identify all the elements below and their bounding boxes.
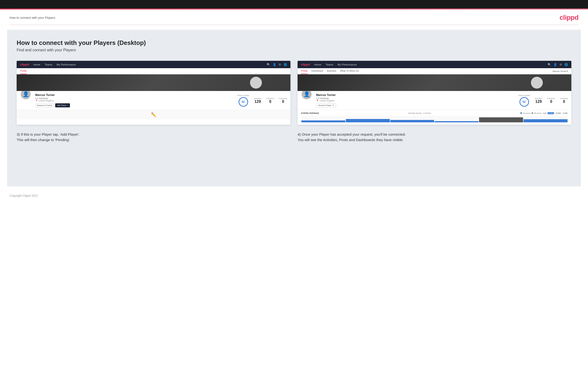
breadcrumb: How to connect with your Players xyxy=(9,16,55,19)
followers-value-left: 0 xyxy=(266,100,274,104)
search-icon-left[interactable]: 🔍 xyxy=(267,63,270,66)
off-course-legend-label: Off course xyxy=(534,112,542,114)
user-icon-left[interactable]: 👤 xyxy=(273,63,276,66)
mock-profile-right: 👤 Marcus Turner 1-5 Handicap 📍 United Ki… xyxy=(298,91,571,110)
time-btn-6mths[interactable]: 6 mths xyxy=(548,112,554,114)
chevron-down-icon: ▾ xyxy=(567,70,568,72)
tab-profile-right[interactable]: Profile xyxy=(301,68,308,74)
avatar-icon-left: 👤 xyxy=(23,91,29,97)
mock-nav-icons-right: 🔍 👤 ⚙ 🌐 xyxy=(548,63,568,66)
quality-label-left: Player Quality xyxy=(237,94,249,96)
stat-activities-right: Activities 129 xyxy=(535,97,542,104)
time-btn-1yr[interactable]: 1 yr xyxy=(543,112,547,114)
mock-profile-left: 👤 Marcus Turner 1-5 Handicap 📍 United Ki… xyxy=(17,91,290,110)
page-footer: Copyright Clippd 2022 xyxy=(0,191,588,200)
player-name-left: Marcus Turner xyxy=(35,93,233,97)
mock-nav-performance-right[interactable]: My Performance xyxy=(337,63,357,66)
player-info-right: Marcus Turner 1-5 Handicap 📍 United King… xyxy=(316,93,515,107)
mock-logo-right: clippd xyxy=(301,63,310,66)
stat-activities-left: Activities 129 xyxy=(254,97,261,104)
activities-value-right: 129 xyxy=(535,100,542,104)
quality-wrapper-right: Player Quality 92 xyxy=(518,94,530,107)
followers-label-right: Followers xyxy=(547,97,555,100)
mock-nav-home-left[interactable]: Home xyxy=(33,63,40,66)
activity-title-right: Activity Summary xyxy=(301,112,319,114)
request-follow-button[interactable]: Request to Follow xyxy=(35,103,54,107)
add-player-button[interactable]: Add Player + xyxy=(55,103,70,107)
mock-logo-left: clippd xyxy=(20,63,29,66)
quality-circle-left: 92 xyxy=(239,97,248,107)
tab-what-to-work-on-right[interactable]: What To Work On xyxy=(340,68,359,74)
globe-icon-left[interactable]: 🌐 xyxy=(284,63,287,66)
stats-area-right: Player Quality 92 Activities 129 Followe… xyxy=(518,93,568,107)
tab-dashboard-right[interactable]: Dashboard xyxy=(311,68,323,74)
description-left: 3) If this is your Player tap, 'Add Play… xyxy=(17,132,290,142)
location-icon-left: 📍 xyxy=(35,100,38,102)
player-handicap-left: 1-5 Handicap xyxy=(35,97,233,100)
mock-nav-performance-left[interactable]: My Performance xyxy=(57,63,76,66)
player-name-right: Marcus Turner xyxy=(316,93,515,97)
hero-circle-left xyxy=(250,77,262,89)
stats-area-left: Player Quality 92 Activities 129 Followe… xyxy=(237,93,287,107)
following-value-right: 0 xyxy=(560,100,568,104)
mock-nav-home-right[interactable]: Home xyxy=(314,63,321,66)
mock-hero-left xyxy=(17,74,290,91)
stat-followers-right: Followers 0 xyxy=(547,97,555,104)
settings-icon-left[interactable]: ⚙ xyxy=(278,63,281,66)
section-subtitle: Find and connect with your Players xyxy=(17,48,571,52)
tab-activities-right[interactable]: Activities xyxy=(327,68,336,74)
mock-bottom-left: ✏️ xyxy=(17,110,290,119)
mock-hero-right xyxy=(298,74,571,91)
user-icon-right[interactable]: 👤 xyxy=(553,63,557,66)
globe-icon-right[interactable]: 🌐 xyxy=(564,63,568,66)
screenshot-right: clippd Home Teams My Performance 🔍 👤 ⚙ 🌐… xyxy=(298,61,571,125)
mock-nav-teams-left[interactable]: Teams xyxy=(45,63,52,66)
top-bar xyxy=(0,0,588,8)
chart-bar-1 xyxy=(301,120,345,122)
mock-nav-teams-right[interactable]: Teams xyxy=(326,63,333,66)
copyright-text: Copyright Clippd 2022 xyxy=(9,194,38,197)
search-icon-right[interactable]: 🔍 xyxy=(548,63,551,66)
main-content: How to connect with your Players (Deskto… xyxy=(7,30,581,186)
mock-navbar-left: clippd Home Teams My Performance 🔍 👤 ⚙ 🌐 xyxy=(17,61,290,68)
chart-bar-6 xyxy=(524,119,568,122)
descriptions-row: 3) If this is your Player tap, 'Add Play… xyxy=(17,132,571,142)
edit-icon-left: ✏️ xyxy=(151,112,156,117)
on-course-legend-label: On course xyxy=(523,112,530,114)
activities-value-left: 129 xyxy=(254,100,261,104)
activity-controls-right: On course Off course 1 yr 6 mths 3 mths … xyxy=(520,112,568,114)
followers-label-left: Followers xyxy=(266,97,274,100)
player-buttons-right: Remove Player ✕ xyxy=(316,103,515,107)
activities-label-right: Activities xyxy=(535,97,542,100)
description-right: 4) Once your Player has accepted your re… xyxy=(298,132,571,142)
chart-bar-3 xyxy=(390,120,434,122)
following-label-left: Following xyxy=(279,97,287,100)
on-course-legend-dot xyxy=(520,112,522,114)
settings-icon-right[interactable]: ⚙ xyxy=(560,63,562,66)
description-text-left: 3) If this is your Player tap, 'Add Play… xyxy=(17,132,290,142)
time-btn-1mth[interactable]: 1 mth xyxy=(562,112,568,114)
description-text-right: 4) Once your Player has accepted your re… xyxy=(298,132,571,142)
quality-wrapper-left: Player Quality 92 xyxy=(237,94,249,107)
mock-navbar-right: clippd Home Teams My Performance 🔍 👤 ⚙ 🌐 xyxy=(298,61,571,68)
close-icon-remove: ✕ xyxy=(332,104,334,106)
player-dropdown-right[interactable]: Marcus Turner ▾ xyxy=(553,68,568,74)
chart-area-right xyxy=(301,116,568,123)
mock-tabs-right: Profile Dashboard Activities What To Wor… xyxy=(298,68,571,74)
remove-player-button[interactable]: Remove Player ✕ xyxy=(316,103,336,107)
time-btn-3mths[interactable]: 3 mths xyxy=(555,112,561,114)
off-course-legend-dot xyxy=(532,112,533,114)
chart-bar-5 xyxy=(479,117,523,122)
stat-followers-left: Followers 0 xyxy=(266,97,274,104)
following-value-left: 0 xyxy=(279,100,287,104)
tab-profile-left[interactable]: Profile xyxy=(20,68,27,74)
following-label-right: Following xyxy=(560,97,568,100)
screenshots-row: clippd Home Teams My Performance 🔍 👤 ⚙ 🌐… xyxy=(17,61,571,125)
mock-tabs-left: Profile xyxy=(17,68,290,74)
player-buttons-left: Request to Follow Add Player + xyxy=(35,103,233,107)
screenshot-left: clippd Home Teams My Performance 🔍 👤 ⚙ 🌐… xyxy=(17,61,290,125)
activity-period-right: Monthly Activity - 6 Months xyxy=(408,112,431,114)
clippd-logo: clippd xyxy=(560,14,579,21)
player-info-left: Marcus Turner 1-5 Handicap 📍 United King… xyxy=(35,93,233,107)
mock-nav-icons-left: 🔍 👤 ⚙ 🌐 xyxy=(267,63,287,66)
